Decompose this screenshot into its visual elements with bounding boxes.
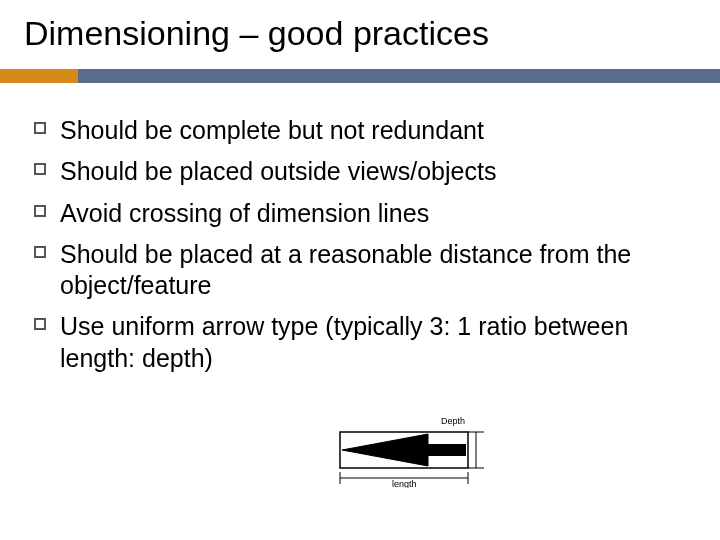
bullet-icon	[34, 163, 46, 175]
svg-rect-5	[428, 444, 466, 456]
title-region: Dimensioning – good practices	[0, 0, 720, 59]
divider-main	[78, 69, 720, 83]
diagram-label-depth: Depth	[441, 416, 465, 426]
bullet-icon	[34, 246, 46, 258]
bullet-icon	[34, 205, 46, 217]
bullet-text: Should be placed outside views/objects	[60, 157, 496, 185]
svg-marker-4	[342, 434, 428, 466]
divider	[0, 69, 720, 83]
list-item: Should be placed outside views/objects	[24, 156, 696, 187]
bullet-icon	[34, 318, 46, 330]
bullet-list: Should be complete but not redundant Sho…	[24, 115, 696, 374]
bullet-text: Should be complete but not redundant	[60, 116, 484, 144]
arrow-ratio-diagram: Depth length	[336, 414, 496, 488]
slide: Dimensioning – good practices Should be …	[0, 0, 720, 540]
bullet-text: Should be placed at a reasonable distanc…	[60, 240, 631, 299]
body-region: Should be complete but not redundant Sho…	[0, 83, 720, 374]
list-item: Should be placed at a reasonable distanc…	[24, 239, 696, 302]
bullet-icon	[34, 122, 46, 134]
bullet-text: Avoid crossing of dimension lines	[60, 199, 429, 227]
divider-accent	[0, 69, 78, 83]
list-item: Use uniform arrow type (typically 3: 1 r…	[24, 311, 696, 374]
list-item: Should be complete but not redundant	[24, 115, 696, 146]
list-item: Avoid crossing of dimension lines	[24, 198, 696, 229]
slide-title: Dimensioning – good practices	[24, 14, 696, 53]
bullet-text: Use uniform arrow type (typically 3: 1 r…	[60, 312, 628, 371]
diagram-label-length: length	[392, 479, 417, 488]
